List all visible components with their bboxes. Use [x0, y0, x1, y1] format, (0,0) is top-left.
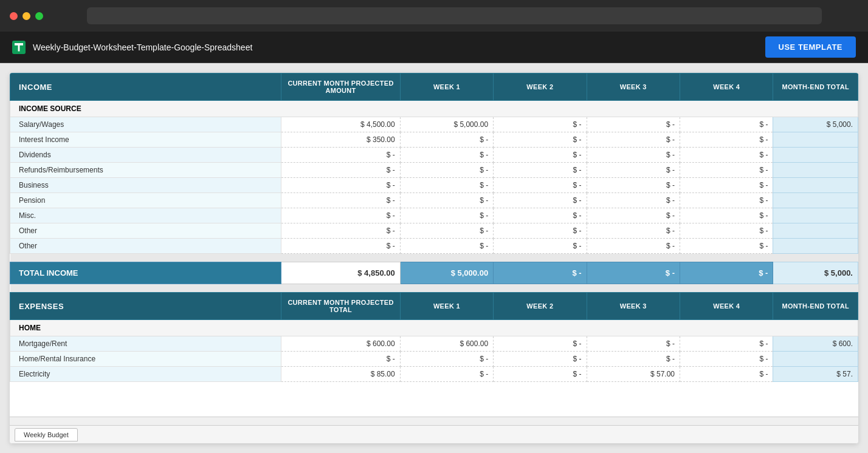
row-week1[interactable]: $ - — [400, 148, 493, 163]
row-week4[interactable]: $ - — [680, 117, 773, 132]
row-week4[interactable]: $ - — [680, 223, 773, 239]
row-month-end — [773, 193, 858, 208]
row-week2[interactable]: $ - — [494, 132, 587, 148]
row-current[interactable]: $ - — [281, 163, 400, 178]
row-week3[interactable]: $ - — [587, 163, 680, 178]
row-week3[interactable]: $ - — [587, 132, 680, 148]
expenses-header-row: EXPENSES CURRENT MONTH PROJECTED TOTAL W… — [10, 293, 858, 320]
row-month-end — [773, 223, 858, 239]
row-week4[interactable]: $ - — [680, 132, 773, 148]
table-row: Electricity $ 85.00 $ - $ - $ 57.00 $ - … — [10, 367, 858, 382]
expenses-week1-header: WEEK 1 — [400, 293, 493, 320]
row-current[interactable]: $ - — [281, 178, 400, 193]
row-week2[interactable]: $ - — [494, 148, 587, 163]
app-header: Weekly-Budget-Worksheet-Template-Google-… — [0, 32, 868, 63]
horizontal-scrollbar[interactable] — [10, 417, 858, 425]
total-income-label: TOTAL INCOME — [10, 262, 281, 284]
total-income-month-end: $ 5,000. — [773, 262, 858, 284]
income-month-end-header: MONTH-END TOTAL — [773, 73, 858, 101]
row-week2[interactable]: $ - — [494, 178, 587, 193]
row-week4[interactable]: $ - — [680, 239, 773, 254]
row-week1[interactable]: $ - — [400, 367, 493, 382]
main-content: INCOME CURRENT MONTH PROJECTED AMOUNT WE… — [0, 63, 868, 453]
row-week4[interactable]: $ - — [680, 336, 773, 352]
total-income-row: TOTAL INCOME $ 4,850.00 $ 5,000.00 $ - $… — [10, 262, 858, 284]
row-month-end — [773, 352, 858, 367]
row-week1[interactable]: $ - — [400, 132, 493, 148]
row-current[interactable]: $ 350.00 — [281, 132, 400, 148]
row-week4[interactable]: $ - — [680, 178, 773, 193]
row-week2[interactable]: $ - — [494, 117, 587, 132]
use-template-button[interactable]: USE TEMPLATE — [765, 36, 856, 58]
row-current[interactable]: $ - — [281, 223, 400, 239]
row-month-end: $ 600. — [773, 336, 858, 352]
sheet-scroll[interactable]: INCOME CURRENT MONTH PROJECTED AMOUNT WE… — [10, 73, 858, 417]
row-week3[interactable]: $ - — [587, 223, 680, 239]
titlebar — [0, 0, 868, 32]
maximize-button[interactable] — [35, 12, 43, 20]
row-week2[interactable]: $ - — [494, 223, 587, 239]
row-week1[interactable]: $ - — [400, 193, 493, 208]
income-header-row: INCOME CURRENT MONTH PROJECTED AMOUNT WE… — [10, 73, 858, 101]
row-week1[interactable]: $ - — [400, 352, 493, 367]
row-week3[interactable]: $ - — [587, 352, 680, 367]
row-week2[interactable]: $ - — [494, 352, 587, 367]
row-week1[interactable]: $ - — [400, 208, 493, 223]
row-week3[interactable]: $ - — [587, 117, 680, 132]
row-week3[interactable]: $ - — [587, 239, 680, 254]
minimize-button[interactable] — [22, 12, 30, 20]
home-section-header: HOME — [10, 320, 858, 336]
row-label: Other — [10, 239, 281, 254]
row-label: Business — [10, 178, 281, 193]
row-week1[interactable]: $ - — [400, 163, 493, 178]
row-month-end — [773, 208, 858, 223]
row-week3[interactable]: $ - — [587, 148, 680, 163]
row-week4[interactable]: $ - — [680, 352, 773, 367]
row-week1[interactable]: $ 5,000.00 — [400, 117, 493, 132]
row-current[interactable]: $ - — [281, 148, 400, 163]
row-week1[interactable]: $ - — [400, 178, 493, 193]
row-week1[interactable]: $ - — [400, 239, 493, 254]
row-current[interactable]: $ 600.00 — [281, 336, 400, 352]
row-week3[interactable]: $ - — [587, 193, 680, 208]
row-label: Refunds/Reimbursements — [10, 163, 281, 178]
row-week2[interactable]: $ - — [494, 239, 587, 254]
row-label: Other — [10, 223, 281, 239]
row-current[interactable]: $ 85.00 — [281, 367, 400, 382]
row-week3[interactable]: $ - — [587, 208, 680, 223]
spreadsheet-container: INCOME CURRENT MONTH PROJECTED AMOUNT WE… — [10, 73, 858, 443]
tab-weekly-budget[interactable]: Weekly Budget — [15, 428, 78, 441]
row-week4[interactable]: $ - — [680, 367, 773, 382]
row-week4[interactable]: $ - — [680, 208, 773, 223]
row-week4[interactable]: $ - — [680, 193, 773, 208]
row-week2[interactable]: $ - — [494, 336, 587, 352]
row-label: Pension — [10, 193, 281, 208]
table-row: Dividends $ - $ - $ - $ - $ - — [10, 148, 858, 163]
row-week2[interactable]: $ - — [494, 193, 587, 208]
income-week4-header: WEEK 4 — [680, 73, 773, 101]
table-row: Interest Income $ 350.00 $ - $ - $ - $ - — [10, 132, 858, 148]
table-row: Salary/Wages $ 4,500.00 $ 5,000.00 $ - $… — [10, 117, 858, 132]
row-week2[interactable]: $ - — [494, 163, 587, 178]
row-week3[interactable]: $ - — [587, 336, 680, 352]
row-month-end — [773, 132, 858, 148]
row-week3[interactable]: $ - — [587, 178, 680, 193]
table-row: Mortgage/Rent $ 600.00 $ 600.00 $ - $ - … — [10, 336, 858, 352]
row-week4[interactable]: $ - — [680, 163, 773, 178]
row-current[interactable]: $ - — [281, 352, 400, 367]
row-current[interactable]: $ - — [281, 208, 400, 223]
row-week3[interactable]: $ 57.00 — [587, 367, 680, 382]
row-week2[interactable]: $ - — [494, 367, 587, 382]
app-logo — [12, 41, 26, 54]
url-bar[interactable] — [87, 7, 822, 24]
row-week2[interactable]: $ - — [494, 208, 587, 223]
row-week1[interactable]: $ - — [400, 223, 493, 239]
income-label-header: INCOME — [10, 73, 281, 101]
row-current[interactable]: $ - — [281, 239, 400, 254]
close-button[interactable] — [10, 12, 18, 20]
row-current[interactable]: $ - — [281, 193, 400, 208]
expenses-current-month-header: CURRENT MONTH PROJECTED TOTAL — [281, 293, 400, 320]
row-week1[interactable]: $ 600.00 — [400, 336, 493, 352]
row-current[interactable]: $ 4,500.00 — [281, 117, 400, 132]
row-week4[interactable]: $ - — [680, 148, 773, 163]
